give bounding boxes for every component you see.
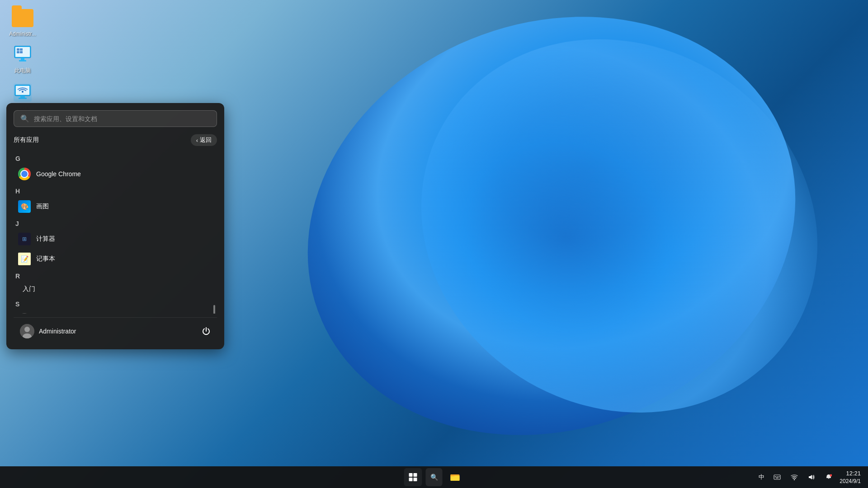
network-tray-icon[interactable] xyxy=(787,470,802,484)
time-display: 12:21 xyxy=(840,469,861,478)
file-explorer-icon xyxy=(450,472,460,482)
svg-rect-22 xyxy=(777,476,778,477)
svg-rect-10 xyxy=(16,86,29,95)
apps-list: G Google Chrome H 🎨 画图 J ⊞ 计算器 xyxy=(14,151,217,314)
power-button[interactable] xyxy=(198,323,214,339)
search-bar[interactable]: 🔍 xyxy=(14,110,217,127)
svg-rect-6 xyxy=(17,51,19,53)
chrome-icon xyxy=(18,168,31,180)
intro-label: 入门 xyxy=(23,285,35,293)
start-footer: Administrator xyxy=(14,317,217,342)
svg-rect-3 xyxy=(19,60,26,61)
clock[interactable]: 12:21 2024/9/1 xyxy=(840,469,861,485)
all-apps-title: 所有应用 xyxy=(14,136,39,144)
taskbar: 🔍 中 xyxy=(0,466,868,488)
back-arrow-icon: ‹ xyxy=(196,137,198,144)
huatu-label: 画图 xyxy=(36,202,49,211)
svg-point-15 xyxy=(24,327,30,332)
input-indicator-icon[interactable] xyxy=(770,470,784,484)
folder-icon xyxy=(12,7,33,29)
date-display: 2024/9/1 xyxy=(840,478,861,485)
taskbar-file-explorer-button[interactable] xyxy=(446,468,464,486)
taskbar-search-button[interactable]: 🔍 xyxy=(426,468,443,486)
start-button[interactable] xyxy=(404,468,422,486)
app-item-huatu[interactable]: 🎨 画图 xyxy=(14,197,217,216)
pc-icon-label: 此电脑 xyxy=(14,67,31,75)
section-letter-g: G xyxy=(14,151,217,164)
sound-tray-icon[interactable] xyxy=(804,470,819,484)
calc-icon: ⊞ xyxy=(18,233,31,245)
app-item-chrome[interactable]: Google Chrome xyxy=(14,164,217,184)
app-item-calc[interactable]: ⊞ 计算器 xyxy=(14,229,217,249)
desktop-icon-pc[interactable]: 此电脑 xyxy=(5,41,41,77)
search-input[interactable] xyxy=(34,115,210,122)
section-letter-s: S xyxy=(14,297,217,310)
windows-logo-icon xyxy=(409,473,417,481)
settings-app-icon: ⚙ xyxy=(18,313,31,314)
back-button[interactable]: ‹ 返回 xyxy=(191,134,217,146)
calc-label: 计算器 xyxy=(36,235,55,243)
svg-rect-26 xyxy=(828,478,830,479)
svg-point-13 xyxy=(22,91,24,93)
section-letter-j: J xyxy=(14,216,217,229)
pc-icon xyxy=(12,43,33,65)
back-label: 返回 xyxy=(200,136,212,144)
svg-rect-21 xyxy=(775,476,776,477)
svg-point-25 xyxy=(794,479,795,480)
svg-rect-12 xyxy=(19,98,27,99)
svg-rect-11 xyxy=(20,96,25,98)
app-item-notepad[interactable]: 📝 记事本 xyxy=(14,249,217,269)
system-tray: 中 xyxy=(756,470,836,484)
folder-icon-label: Administr... xyxy=(9,31,36,37)
svg-rect-4 xyxy=(17,48,19,51)
username-label: Administrator xyxy=(39,328,76,335)
user-info[interactable]: Administrator xyxy=(16,322,80,340)
taskbar-center: 🔍 xyxy=(404,468,464,486)
section-letter-h: H xyxy=(14,184,217,197)
svg-rect-24 xyxy=(776,478,778,479)
app-item-intro[interactable]: 入门 xyxy=(14,282,217,297)
scroll-thumb xyxy=(213,305,215,314)
notepad-label: 记事本 xyxy=(36,255,55,263)
search-icon: 🔍 xyxy=(20,114,29,123)
user-avatar xyxy=(20,324,34,338)
huatu-icon: 🎨 xyxy=(18,200,31,213)
svg-rect-5 xyxy=(20,48,23,51)
svg-rect-7 xyxy=(20,51,23,53)
scroll-indicator xyxy=(213,305,215,314)
chrome-label: Google Chrome xyxy=(36,170,81,178)
language-button[interactable]: 中 xyxy=(756,471,767,483)
start-menu: 🔍 所有应用 ‹ 返回 G Google Chrome H 🎨 xyxy=(6,103,224,349)
app-item-settings[interactable]: ⚙ 设置 xyxy=(14,310,217,314)
desktop: Administr... 此电脑 xyxy=(0,0,868,488)
svg-rect-23 xyxy=(778,476,779,477)
desktop-icon-folder[interactable]: Administr... xyxy=(5,5,41,40)
network-icon xyxy=(12,82,33,103)
section-letter-r: R xyxy=(14,269,217,282)
svg-rect-2 xyxy=(21,58,24,60)
taskbar-search-icon: 🔍 xyxy=(430,474,438,481)
taskbar-right: 中 xyxy=(756,469,861,485)
svg-rect-19 xyxy=(451,474,455,476)
all-apps-header: 所有应用 ‹ 返回 xyxy=(14,134,217,146)
svg-rect-18 xyxy=(451,476,460,481)
notepad-icon: 📝 xyxy=(18,253,31,265)
notification-tray-icon[interactable] xyxy=(821,470,836,484)
